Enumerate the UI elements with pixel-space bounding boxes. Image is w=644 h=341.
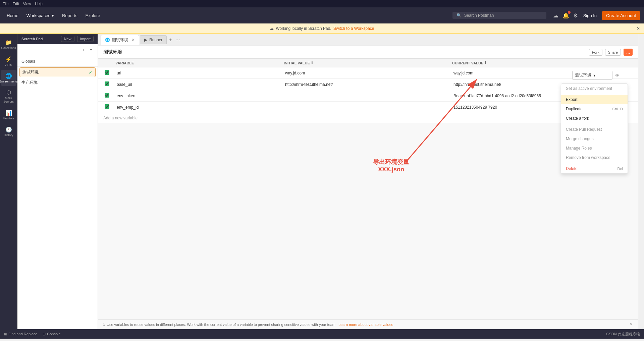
switch-workspace-link[interactable]: Switch to a Workspace <box>333 26 374 31</box>
sidebar-icons: 📁 Collections ⚡ APIs 🌐 Environments ⬡ Mo… <box>0 34 17 329</box>
row2-checkbox[interactable] <box>105 81 109 86</box>
sign-in-button[interactable]: Sign In <box>581 12 599 19</box>
scratch-pad-header: Scratch Pad New Import <box>17 34 98 44</box>
bottom-right-text: CSDN @选题程序猿 <box>606 332 640 337</box>
create-account-button[interactable]: Create Account <box>602 11 640 20</box>
menu-help[interactable]: Help <box>35 2 43 6</box>
env-selector-eye-icon[interactable]: 👁 <box>614 72 621 79</box>
sidebar-item-mock-servers[interactable]: ⬡ Mock Servers <box>1 87 16 106</box>
tab-more-icon[interactable]: ⋯ <box>174 37 181 43</box>
search-bar[interactable]: 🔍 Search Postman <box>452 12 546 19</box>
fork-button[interactable]: Fork <box>589 49 602 56</box>
monitors-icon: 📊 <box>5 110 12 116</box>
nav-home[interactable]: Home <box>4 12 21 19</box>
row4-initial[interactable] <box>284 107 452 108</box>
sidebar-item-environments[interactable]: 🌐 Environments <box>1 70 16 86</box>
row4-checkbox-cell <box>103 104 115 111</box>
main-content: 🌐 测试环境 ✕ ▶ Runner + ⋯ 测试环境 Fork Share ..… <box>98 34 638 329</box>
new-button[interactable]: New <box>61 36 74 42</box>
search-icon: 🔍 <box>457 13 462 18</box>
menu-separator-1 <box>561 94 628 94</box>
import-button[interactable]: Import <box>77 36 94 42</box>
env-editor-title: 测试环境 <box>103 49 589 55</box>
menu-separator-3 <box>561 163 628 163</box>
settings-icon[interactable]: ⚙ <box>573 12 578 19</box>
row4-checkbox[interactable] <box>105 104 109 109</box>
sidebar-item-history[interactable]: 🕐 History <box>1 124 16 140</box>
row3-initial[interactable] <box>284 95 452 97</box>
add-variable-row[interactable]: Add a new variable <box>98 113 638 123</box>
collections-icon: 📁 <box>5 39 12 46</box>
tab-add-icon[interactable]: + <box>167 37 173 43</box>
panel-actions: + ≡ <box>81 47 94 53</box>
add-env-button[interactable]: + <box>81 47 87 53</box>
row1-initial[interactable]: way.jd.com <box>284 70 452 76</box>
menu-create-fork[interactable]: Create a fork <box>561 114 628 123</box>
scratch-pad-actions: New Import <box>61 36 94 42</box>
row1-checkbox[interactable] <box>105 70 109 75</box>
filter-button[interactable]: ≡ <box>88 47 94 53</box>
env-selector-dropdown[interactable]: 测试环境 ▾ <box>572 71 612 80</box>
globals-item[interactable]: Globals <box>17 56 98 67</box>
warning-icon: ☁ <box>270 26 274 31</box>
more-button[interactable]: ... <box>624 49 633 56</box>
tab-runner-icon: ▶ <box>144 38 147 42</box>
row1-variable[interactable]: url <box>115 70 284 76</box>
sidebar-item-apis-label: APIs <box>5 63 12 67</box>
table-row: env_emp_id 151128213504929 7920 <box>98 102 638 113</box>
info-icon-current: ℹ <box>485 61 486 65</box>
env-selector: 测试环境 ▾ 👁 <box>572 71 621 80</box>
console-icon: ⊟ <box>43 332 46 336</box>
col-initial-value: INITIAL VALUE ℹ <box>284 61 452 65</box>
tab-bar: 🌐 测试环境 ✕ ▶ Runner + ⋯ <box>98 34 638 46</box>
info-close-icon[interactable]: ✕ <box>630 322 633 327</box>
row4-variable[interactable]: env_emp_id <box>115 104 284 110</box>
tab-close-icon[interactable]: ✕ <box>131 38 135 42</box>
menu-edit[interactable]: Edit <box>13 2 19 6</box>
tab-test-env[interactable]: 🌐 测试环境 ✕ <box>101 35 139 45</box>
find-replace-button[interactable]: ⊞ Find and Replace <box>4 332 37 336</box>
menu-bar: File Edit View Help <box>0 0 644 7</box>
sync-icon[interactable]: ☁ <box>553 12 558 19</box>
console-button[interactable]: ⊟ Console <box>43 332 60 336</box>
scratch-pad-title: Scratch Pad <box>21 37 43 41</box>
row3-checkbox[interactable] <box>105 93 109 98</box>
menu-manage-roles: Manage Roles <box>561 144 628 153</box>
duplicate-shortcut: Ctrl+D <box>612 107 623 111</box>
nav-workspaces[interactable]: Workspaces ▾ <box>24 12 57 19</box>
tab-runner-label: Runner <box>149 38 162 42</box>
panel-actions-row: + ≡ <box>17 44 98 56</box>
chevron-down-icon: ▾ <box>52 13 54 18</box>
menu-duplicate[interactable]: Duplicate Ctrl+D <box>561 104 628 114</box>
sidebar-item-monitors[interactable]: 📊 Monitors <box>1 107 16 123</box>
row2-variable[interactable]: base_url <box>115 81 284 88</box>
menu-view[interactable]: View <box>23 2 31 6</box>
sidebar-item-collections[interactable]: 📁 Collections <box>1 37 16 53</box>
env-item-test[interactable]: 测试环境 ✓ <box>19 67 96 77</box>
menu-delete[interactable]: Delete Del <box>561 164 628 173</box>
env-item-prod[interactable]: 生产环境 <box>17 78 98 88</box>
tab-runner[interactable]: ▶ Runner <box>140 35 167 44</box>
tab-env-icon: 🌐 <box>105 38 110 42</box>
row3-variable[interactable]: env_token <box>115 93 284 99</box>
col-current-value: CURRENT VALUE ℹ <box>452 61 621 65</box>
row2-initial[interactable]: http://ihrm-test.itheima.net/ <box>284 81 452 88</box>
menu-export[interactable]: Export <box>561 95 628 104</box>
table-row: url way.jd.com way.jd.com <box>98 67 638 79</box>
env-selector-chevron: ▾ <box>593 73 595 78</box>
right-panel <box>638 34 644 329</box>
share-button[interactable]: Share <box>605 49 621 56</box>
menu-set-active: Set as active environment <box>561 84 628 93</box>
warning-text: Working locally in Scratch Pad. <box>276 26 331 31</box>
menu-file[interactable]: File <box>3 2 9 6</box>
nav-reports[interactable]: Reports <box>59 12 80 19</box>
nav-explore[interactable]: Explore <box>83 12 103 19</box>
bell-icon[interactable]: 🔔 <box>562 12 569 19</box>
env-active-check-icon: ✓ <box>89 70 93 75</box>
menu-merge-changes: Merge changes <box>561 134 628 144</box>
sidebar-item-apis[interactable]: ⚡ APIs <box>1 53 16 69</box>
learn-more-link[interactable]: Learn more about variable values <box>338 323 393 327</box>
warning-close-icon[interactable]: ✕ <box>637 26 640 31</box>
env-selector-name: 测试环境 <box>575 72 591 78</box>
table-header: VARIABLE INITIAL VALUE ℹ CURRENT VALUE ℹ <box>98 59 638 67</box>
